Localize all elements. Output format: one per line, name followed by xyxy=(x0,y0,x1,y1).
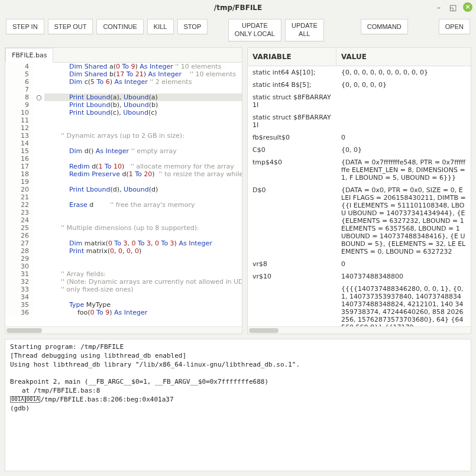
breakpoint-marker-icon[interactable] xyxy=(34,132,44,140)
code-line[interactable]: 10 Print Lbound(c), Ubound(c) xyxy=(5,109,242,116)
code-line[interactable]: 18 Redim Preserve d(1 To 20) '' to resiz… xyxy=(5,170,242,178)
breakpoint-marker-icon[interactable] xyxy=(34,309,44,316)
code-line[interactable]: 31 '' Array fields: xyxy=(5,270,242,278)
breakpoint-marker-icon[interactable] xyxy=(34,109,44,116)
code-line[interactable]: 19 xyxy=(5,178,242,186)
code-hscrollbar[interactable] xyxy=(5,326,242,333)
code-line[interactable]: 32 '' (Note: Dynamic arrays are currentl… xyxy=(5,278,242,286)
stop-button[interactable]: STOP xyxy=(177,19,208,34)
breakpoint-marker-icon[interactable] xyxy=(34,78,44,86)
code-line[interactable]: 25 '' Multiple dimensions (up to 8 suppo… xyxy=(5,224,242,232)
code-line[interactable]: 20 Print Lbound(d), Ubound(d) xyxy=(5,186,242,193)
breakpoint-marker-icon[interactable] xyxy=(34,201,44,209)
breakpoint-marker-icon[interactable] xyxy=(34,255,44,263)
maximize-icon[interactable]: ◱ xyxy=(449,3,457,11)
variable-row[interactable]: vr$80 xyxy=(248,258,471,270)
code-line[interactable]: 29 xyxy=(5,255,242,263)
code-line[interactable]: 12 xyxy=(5,124,242,132)
code-line[interactable]: 34 xyxy=(5,293,242,301)
breakpoint-marker-icon[interactable] xyxy=(34,224,44,232)
breakpoint-marker-icon[interactable] xyxy=(34,163,44,170)
code-line[interactable]: 13 '' Dynamic arrays (up to 2 GB in size… xyxy=(5,132,242,140)
variable-row[interactable]: C$0{0, 0} xyxy=(248,144,471,156)
breakpoint-marker-icon[interactable] xyxy=(34,263,44,270)
kill-button[interactable]: KILL xyxy=(147,19,174,34)
variable-value: {0, 0} xyxy=(336,144,471,156)
close-icon[interactable]: × xyxy=(463,2,472,12)
variable-row[interactable]: tmp$4$0{DATA = 0x7fffffffe548, PTR = 0x7… xyxy=(248,156,471,184)
open-button[interactable]: OPEN xyxy=(439,19,470,34)
code-line[interactable]: 35 Type MyType xyxy=(5,301,242,309)
vars-hscroll-thumb[interactable] xyxy=(249,328,279,333)
code-line[interactable]: 7 xyxy=(5,86,242,93)
breakpoint-marker-icon[interactable] xyxy=(34,124,44,132)
variable-row[interactable]: static int64 A$[10];{0, 0, 0, 0, 0, 0, 0… xyxy=(248,66,471,79)
code-line[interactable]: 16 xyxy=(5,155,242,163)
tab-fbfile[interactable]: FBFILE.bas xyxy=(5,48,53,63)
breakpoint-marker-icon[interactable] xyxy=(34,147,44,155)
code-scroll[interactable]: 4 Dim Shared a(0 To 9) As Integer '' 10 … xyxy=(5,63,242,327)
code-line[interactable]: 22 Erase d '' free the array's memory xyxy=(5,201,242,209)
continue-button[interactable]: CONTINUE xyxy=(96,19,143,34)
variable-row[interactable]: static struct $8FBARRAY1I xyxy=(248,91,471,111)
breakpoint-marker-icon[interactable] xyxy=(34,178,44,186)
code-line[interactable]: 9 Print Lbound(b), Ubound(b) xyxy=(5,101,242,109)
code-line[interactable]: 15 Dim d() As Integer '' empty array xyxy=(5,147,242,155)
breakpoint-marker-icon[interactable] xyxy=(34,186,44,193)
code-line[interactable]: 24 xyxy=(5,216,242,224)
variable-row[interactable]: fb$result$00 xyxy=(248,131,471,144)
variable-row[interactable]: D$0{DATA = 0x0, PTR = 0x0, SIZE = 0, ELE… xyxy=(248,184,471,258)
breakpoint-marker-icon[interactable]: ○ xyxy=(34,93,44,101)
variables-table[interactable]: static int64 A$[10];{0, 0, 0, 0, 0, 0, 0… xyxy=(248,66,471,327)
breakpoint-marker-icon[interactable] xyxy=(34,101,44,109)
code-line[interactable]: 33 '' only fixed-size ones) xyxy=(5,286,242,293)
vars-hscrollbar[interactable] xyxy=(248,326,471,333)
breakpoint-marker-icon[interactable] xyxy=(34,232,44,239)
code-line[interactable]: 5 Dim Shared b(17 To 21) As Integer '' 1… xyxy=(5,70,242,78)
code-line[interactable]: 6 Dim c(5 To 6) As Integer '' 2 elements xyxy=(5,78,242,86)
code-hscroll-thumb[interactable] xyxy=(7,328,42,333)
variable-row[interactable]: vr$10140737488348800 xyxy=(248,270,471,283)
breakpoint-marker-icon[interactable] xyxy=(34,155,44,163)
breakpoint-marker-icon[interactable] xyxy=(34,286,44,293)
variable-name: static int64 B$[5]; xyxy=(248,79,336,91)
command-button[interactable]: COMMAND xyxy=(361,19,408,34)
variable-row[interactable]: {{{{140737488346280, 0, 0, 1}, {0, 1, 14… xyxy=(248,283,471,327)
code-area[interactable]: 4 Dim Shared a(0 To 9) As Integer '' 10 … xyxy=(5,63,242,327)
variable-row[interactable]: static struct $8FBARRAY1I xyxy=(248,111,471,131)
minimize-icon[interactable]: – xyxy=(435,3,443,11)
breakpoint-marker-icon[interactable] xyxy=(34,63,44,70)
breakpoint-marker-icon[interactable] xyxy=(34,140,44,147)
code-line[interactable]: 28 Print matrix(0, 0, 0, 0) xyxy=(5,247,242,255)
code-line[interactable]: 17 Redim d(1 To 10) '' allocate memory f… xyxy=(5,163,242,170)
breakpoint-marker-icon[interactable] xyxy=(34,116,44,124)
breakpoint-marker-icon[interactable] xyxy=(34,270,44,278)
code-line[interactable]: 8○ Print Lbound(a), Ubound(a) xyxy=(5,93,242,101)
variable-row[interactable]: static int64 B$[5];{0, 0, 0, 0, 0} xyxy=(248,79,471,91)
step-out-button[interactable]: STEP OUT xyxy=(48,19,93,34)
code-line[interactable]: 4 Dim Shared a(0 To 9) As Integer '' 10 … xyxy=(5,63,242,70)
code-line[interactable]: 23 xyxy=(5,209,242,216)
update-only-local-button[interactable]: UPDATE ONLY LOCAL xyxy=(228,19,281,41)
code-line[interactable]: 30 xyxy=(5,263,242,270)
breakpoint-marker-icon[interactable] xyxy=(34,293,44,301)
breakpoint-marker-icon[interactable] xyxy=(34,301,44,309)
breakpoint-marker-icon[interactable] xyxy=(34,247,44,255)
code-line[interactable]: 26 xyxy=(5,232,242,239)
breakpoint-marker-icon[interactable] xyxy=(34,216,44,224)
breakpoint-marker-icon[interactable] xyxy=(34,209,44,216)
step-in-button[interactable]: STEP IN xyxy=(6,19,44,34)
code-line[interactable]: 21 xyxy=(5,193,242,201)
code-line[interactable]: 36 foo(0 To 9) As Integer xyxy=(5,309,242,316)
breakpoint-marker-icon[interactable] xyxy=(34,193,44,201)
code-line[interactable]: 14 xyxy=(5,140,242,147)
update-all-button[interactable]: UPDATE ALL xyxy=(285,19,324,41)
breakpoint-marker-icon[interactable] xyxy=(34,70,44,78)
console-output[interactable]: Starting program: /tmp/FBFILE [Thread de… xyxy=(5,339,471,471)
breakpoint-marker-icon[interactable] xyxy=(34,239,44,247)
breakpoint-marker-icon[interactable] xyxy=(34,278,44,286)
breakpoint-marker-icon[interactable] xyxy=(34,170,44,178)
code-line[interactable]: 11 xyxy=(5,116,242,124)
code-line[interactable]: 27 Dim matrix(0 To 3, 0 To 3, 0 To 3) As… xyxy=(5,239,242,247)
breakpoint-marker-icon[interactable] xyxy=(34,86,44,93)
